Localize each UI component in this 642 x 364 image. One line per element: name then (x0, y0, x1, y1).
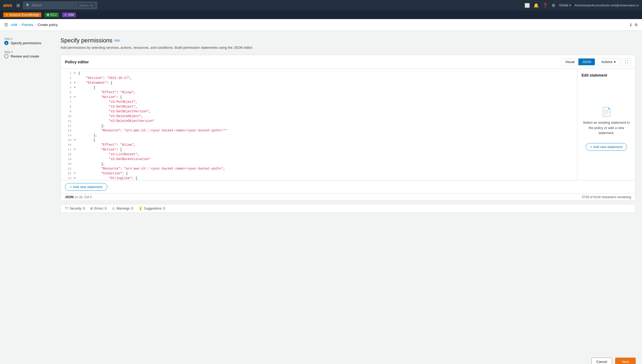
chevron-down-icon: ▾ (614, 60, 616, 64)
validation-bar: 🛡 Security: 0 ⊘ Errors: 0 ⚠ Warnings: 0 … (60, 204, 636, 213)
code-line: 7 "s3:PutObject", (61, 100, 577, 104)
warnings-count: Warnings: 0 (116, 207, 133, 210)
service-iam-label: IAM (68, 13, 74, 17)
step2-item: Step 2 Review and create (4, 50, 54, 58)
terminal-icon[interactable]: ⬜ (525, 3, 530, 8)
page-description: Add permissions by selecting services, a… (60, 46, 636, 50)
lightbulb-icon: 💡 (138, 206, 143, 210)
add-statement-panel-button[interactable]: + Add new statement (586, 143, 627, 151)
code-line: 5 "Effect": "Allow", (61, 90, 577, 95)
code-line: 23▼ "StringLike": { (61, 176, 577, 180)
breadcrumb-policies[interactable]: Policies (21, 23, 33, 27)
chars-remaining: 5735 of 6144 characters remaining (582, 195, 631, 199)
warning-icon: ⚠ (112, 206, 115, 210)
breadcrumb-iam[interactable]: IAM (11, 23, 17, 27)
search-bar[interactable]: 🔍 [Option+S] (23, 2, 97, 9)
cancel-button[interactable]: Cancel (591, 358, 612, 364)
breadcrumb-current: Create policy (38, 23, 58, 27)
code-line: 3▼ "Statement": [ (61, 81, 577, 85)
page-title: Specify permissions (60, 37, 112, 44)
code-area[interactable]: 1▼{ 2 "Version": "2012-10-17", 3▼ "State… (61, 69, 577, 180)
code-line: 2 "Version": "2012-10-17", (61, 76, 577, 81)
code-line: 1▼{ (61, 71, 577, 76)
errors-count: Errors: 0 (94, 207, 107, 210)
edit-statement-title: Edit statement (582, 73, 607, 77)
settings-icon[interactable]: ⚙ (552, 3, 555, 8)
breadcrumb-actions: ℹ ⚙ (630, 23, 638, 27)
help-icon[interactable]: ❓ (543, 3, 548, 8)
security-check: 🛡 Security: 0 (65, 206, 85, 210)
editor-toolbar: Visual JSON Actions ▾ ⛶ (561, 58, 631, 65)
info-icon[interactable]: ℹ (630, 23, 632, 27)
next-button[interactable]: Next (615, 358, 636, 364)
warnings-check: ⚠ Warnings: 0 (112, 206, 133, 210)
code-line: 4▼ { (61, 85, 577, 90)
suggestions-count: Suggestions: 0 (144, 207, 165, 210)
code-line: 21 "Resource": "arn:aws:s3:::<your-bucke… (61, 166, 577, 171)
edit-statement-panel: Edit statement 📄 Select an existing stat… (577, 69, 635, 180)
step2-name: Review and create (4, 54, 54, 58)
user-menu[interactable]: AdministratorAccess/dustin.nest@streamna… (575, 4, 639, 7)
json-tab-button[interactable]: JSON (578, 59, 595, 65)
bottom-actions: Cancel Next (0, 353, 642, 364)
security-count: Security: 0 (70, 207, 85, 210)
visual-tab-button[interactable]: Visual (562, 59, 578, 65)
chevron-down-icon: ▾ (569, 3, 571, 7)
add-statement-bottom-button[interactable]: + Add new statement (65, 183, 107, 191)
select-statement-text: Select an existing statement in the poli… (582, 120, 631, 136)
status-position: Ln 31, Col 1 (75, 195, 92, 199)
breadcrumb-sep-1: › (19, 23, 20, 27)
errors-check: ⊘ Errors: 0 (90, 206, 107, 210)
code-line: 18 "s3:ListBucket", (61, 152, 577, 157)
suggestions-check: 💡 Suggestions: 0 (138, 206, 165, 210)
nav-icons: ⬜ 🔔 ❓ ⚙ Global ▾ AdministratorAccess/dus… (525, 3, 639, 8)
code-line: 8 "s3:GetObject", (61, 104, 577, 109)
code-line: 19 "s3:GetBucketLocation" (61, 157, 577, 162)
service-eventbridge[interactable]: Amazon EventBridge (3, 12, 41, 17)
service-eventbridge-label: Amazon EventBridge (9, 13, 39, 17)
editor-body: 1▼{ 2 "Version": "2012-10-17", 3▼ "State… (61, 69, 635, 180)
page-title-row: Specify permissions Info (60, 37, 636, 44)
main-content: Specify permissions Info Add permissions… (58, 31, 642, 353)
service-ec2-label: EC2 (51, 13, 57, 17)
policy-editor-header: Policy editor Visual JSON Actions ▾ ⛶ (61, 55, 635, 69)
step1-label: Step 1 (4, 37, 54, 40)
step2-label: Step 2 (4, 50, 54, 54)
code-line: 9 "s3:GetObjectVersion", (61, 109, 577, 114)
aws-logo: aws (3, 3, 12, 8)
code-line: 22▼ "Condition": { (61, 171, 577, 176)
shield-icon: 🛡 (65, 206, 68, 210)
code-line: 12 ], (61, 123, 577, 128)
bell-icon[interactable]: 🔔 (534, 3, 539, 8)
iam-dot (64, 14, 67, 16)
step2-indicator (4, 54, 8, 58)
status-format: JSON (65, 195, 74, 199)
code-line: 10 "s3:DeleteObject", (61, 114, 577, 119)
breadcrumb-bar: ☰ IAM › Policies › Create policy ℹ ⚙ (0, 19, 642, 31)
sidebar-toggle-icon[interactable]: ☰ (4, 22, 8, 27)
file-icon: 📄 (601, 107, 612, 117)
expand-button[interactable]: ⛶ (622, 58, 631, 65)
service-ec2[interactable]: EC2 (45, 12, 59, 17)
policy-editor-title: Policy editor (65, 60, 89, 64)
code-line: 14 }, (61, 133, 577, 138)
status-left: JSON Ln 31, Col 1 (65, 195, 92, 199)
step1-item: Step 1 ● Specify permissions (4, 37, 54, 45)
step1-name: ● Specify permissions (4, 41, 54, 45)
service-iam[interactable]: IAM (62, 12, 76, 17)
view-toggle: Visual JSON (561, 58, 595, 65)
region-selector[interactable]: Global ▾ (559, 3, 571, 7)
code-line: 17▼ "Action": [ (61, 147, 577, 152)
top-nav: aws ⊞ 🔍 [Option+S] ⬜ 🔔 ❓ ⚙ Global ▾ Admi… (0, 0, 642, 11)
main-layout: Step 1 ● Specify permissions Step 2 Revi… (0, 31, 642, 353)
error-icon: ⊘ (90, 206, 93, 210)
services-bar: Amazon EventBridge EC2 IAM (0, 11, 642, 19)
step1-indicator: ● (4, 41, 8, 45)
grid-icon[interactable]: ⊞ (16, 3, 20, 8)
info-link[interactable]: Info (115, 39, 120, 42)
ec2-dot (47, 14, 49, 16)
search-input[interactable] (32, 3, 76, 7)
settings-page-icon[interactable]: ⚙ (634, 23, 638, 27)
actions-button[interactable]: Actions ▾ (597, 58, 620, 65)
search-shortcut: [Option+S] (78, 3, 94, 7)
